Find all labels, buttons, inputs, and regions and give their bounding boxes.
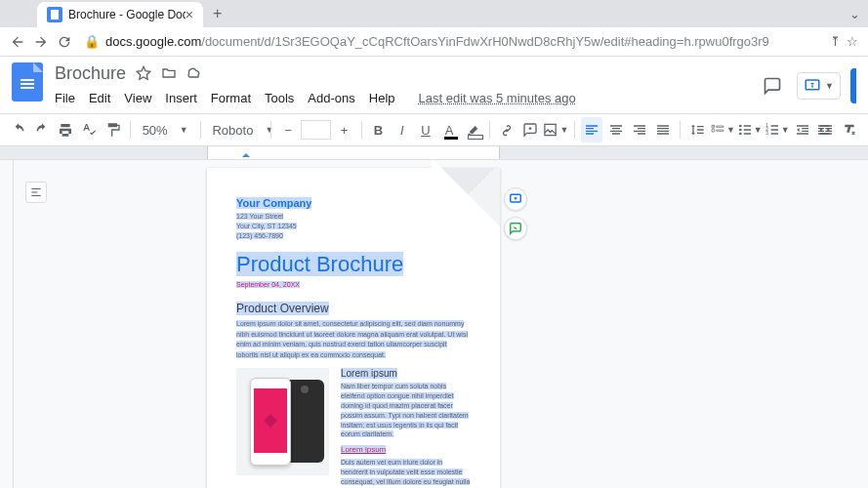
- decrease-font-button[interactable]: −: [277, 117, 299, 142]
- body-paragraph[interactable]: Lorem ipsum dolor sit amet, consectetur …: [236, 320, 468, 358]
- tab-title: Brochure - Google Docs: [68, 8, 186, 21]
- menu-edit[interactable]: Edit: [89, 91, 110, 105]
- add-comment-button[interactable]: [519, 117, 541, 142]
- page: Your Company 123 Your Street Your City, …: [207, 168, 500, 488]
- menu-file[interactable]: File: [55, 91, 75, 105]
- font-value: Roboto: [212, 123, 253, 138]
- decrease-indent-button[interactable]: [792, 117, 813, 142]
- svg-rect-1: [545, 124, 556, 135]
- paint-format-button[interactable]: [103, 117, 124, 142]
- present-button[interactable]: ▼: [797, 72, 841, 100]
- company-name[interactable]: Your Company: [236, 197, 311, 209]
- url-path: /document/d/1Sr3EGOQaY_cCqRCftOarsYinFdw…: [201, 34, 769, 49]
- redo-button[interactable]: [31, 117, 53, 142]
- svg-point-3: [739, 129, 742, 132]
- document-date[interactable]: September 04, 20XX: [236, 281, 300, 288]
- docs-favicon-icon: [47, 7, 62, 22]
- bold-button[interactable]: B: [367, 117, 389, 142]
- svg-text:3: 3: [765, 131, 768, 136]
- align-center-button[interactable]: [604, 117, 626, 142]
- browser-chrome: Brochure - Google Docs × + ⌄ 🔒 docs.goog…: [0, 0, 868, 57]
- increase-indent-button[interactable]: [815, 117, 837, 142]
- highlight-button[interactable]: [462, 117, 483, 142]
- product-image[interactable]: [236, 368, 329, 475]
- font-select[interactable]: Roboto▼: [206, 118, 265, 142]
- line-spacing-button[interactable]: [686, 117, 708, 142]
- numbered-list-button[interactable]: 123▼: [765, 117, 790, 142]
- text-color-button[interactable]: A: [438, 117, 460, 142]
- zoom-value: 50%: [143, 123, 168, 138]
- clear-formatting-button[interactable]: [839, 117, 860, 142]
- reload-button[interactable]: [53, 30, 76, 54]
- address-line[interactable]: (123) 456-7890: [236, 232, 283, 239]
- browser-tab[interactable]: Brochure - Google Docs ×: [37, 2, 203, 27]
- increase-font-button[interactable]: +: [333, 117, 354, 142]
- star-icon[interactable]: [136, 65, 151, 81]
- insert-comment-button[interactable]: [504, 187, 527, 211]
- menu-addons[interactable]: Add-ons: [308, 91, 354, 105]
- svg-rect-0: [806, 80, 819, 90]
- horizontal-ruler[interactable]: [0, 146, 868, 160]
- indent-marker-icon[interactable]: [242, 149, 250, 157]
- undo-button[interactable]: [8, 117, 29, 142]
- new-tab-button[interactable]: +: [213, 5, 222, 22]
- address-line[interactable]: Your City, ST 12345: [236, 223, 297, 229]
- text-link[interactable]: Lorem ipsum: [341, 445, 386, 454]
- docs-home-icon[interactable]: [12, 62, 43, 102]
- print-button[interactable]: [55, 117, 76, 142]
- document-title[interactable]: Brochure: [55, 63, 126, 84]
- chevron-down-icon: ▼: [825, 81, 834, 91]
- menu-format[interactable]: Format: [211, 91, 251, 105]
- align-right-button[interactable]: [629, 117, 650, 142]
- insert-link-button[interactable]: [496, 117, 517, 142]
- font-size-input[interactable]: [301, 120, 331, 140]
- document-canvas[interactable]: Your Company 123 Your Street Your City, …: [14, 160, 868, 488]
- svg-point-2: [739, 125, 742, 128]
- document-heading[interactable]: Product Brochure: [236, 252, 403, 276]
- url-field[interactable]: 🔒 docs.google.com/document/d/1Sr3EGOQaY_…: [84, 34, 822, 49]
- menu-help[interactable]: Help: [369, 91, 395, 105]
- install-app-icon[interactable]: ⤒: [830, 34, 841, 49]
- body-paragraph[interactable]: Nam liber tempor cum soluta nobis eleife…: [341, 383, 469, 437]
- menu-view[interactable]: View: [124, 91, 151, 105]
- vertical-ruler[interactable]: [0, 160, 14, 488]
- cloud-status-icon[interactable]: [186, 65, 202, 81]
- lock-icon: 🔒: [84, 34, 100, 49]
- docs-header: Brochure File Edit View Insert Format To…: [0, 57, 868, 109]
- suggest-edits-button[interactable]: [504, 217, 527, 240]
- address-line[interactable]: 123 Your Street: [236, 213, 283, 220]
- toolbar: 50%▼ Roboto▼ − + B I U A ▼ ▼ ▼ 123▼: [0, 113, 868, 146]
- close-tab-icon[interactable]: ×: [186, 7, 193, 22]
- move-icon[interactable]: [161, 65, 177, 81]
- menu-insert[interactable]: Insert: [165, 91, 197, 105]
- tab-bar: Brochure - Google Docs × + ⌄: [0, 0, 868, 27]
- address-bar: 🔒 docs.google.com/document/d/1Sr3EGOQaY_…: [0, 27, 868, 57]
- forward-button[interactable]: [29, 30, 53, 54]
- underline-button[interactable]: U: [415, 117, 436, 142]
- bookmark-icon[interactable]: ☆: [847, 34, 858, 49]
- last-edit-link[interactable]: Last edit was 5 minutes ago: [419, 91, 576, 105]
- body-paragraph[interactable]: Duis autem vel eum iriure dolor in hendr…: [341, 459, 470, 488]
- editor: Your Company 123 Your Street Your City, …: [0, 160, 868, 488]
- url-host: docs.google.com: [105, 34, 201, 49]
- menu-bar: File Edit View Insert Format Tools Add-o…: [55, 86, 758, 109]
- zoom-select[interactable]: 50%▼: [137, 118, 194, 142]
- back-button[interactable]: [6, 30, 29, 54]
- align-left-button[interactable]: [581, 117, 602, 142]
- checklist-button[interactable]: ▼: [710, 117, 735, 142]
- spellcheck-button[interactable]: [78, 117, 100, 142]
- open-comments-button[interactable]: [758, 71, 787, 101]
- share-button[interactable]: [850, 68, 856, 103]
- tab-overflow-icon[interactable]: ⌄: [849, 7, 868, 21]
- align-justify-button[interactable]: [652, 117, 674, 142]
- insert-image-button[interactable]: ▼: [543, 117, 568, 142]
- section-heading[interactable]: Product Overview: [236, 302, 329, 315]
- svg-point-4: [739, 133, 742, 136]
- bulleted-list-button[interactable]: ▼: [737, 117, 763, 142]
- subsection-heading[interactable]: Lorem ipsum: [341, 368, 397, 379]
- menu-tools[interactable]: Tools: [265, 91, 294, 105]
- italic-button[interactable]: I: [392, 117, 413, 142]
- page-corner-decoration: [432, 168, 500, 226]
